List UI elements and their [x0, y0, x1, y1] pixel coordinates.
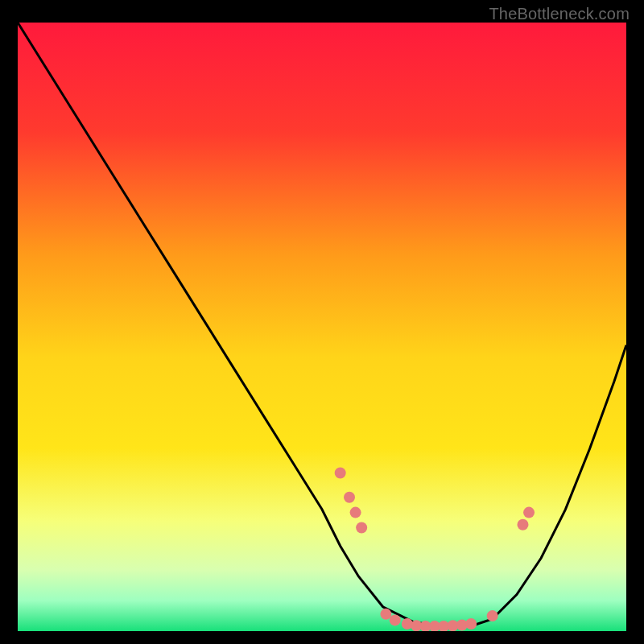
watermark-text: TheBottleneck.com	[489, 5, 630, 23]
curve-marker	[517, 519, 528, 530]
curve-marker	[350, 507, 361, 518]
curve-marker	[390, 614, 401, 625]
curve-marker	[523, 507, 535, 518]
curve-marker	[356, 522, 367, 533]
chart-svg	[18, 23, 626, 631]
curve-marker	[335, 467, 346, 478]
curve-marker	[487, 610, 498, 621]
curve-marker	[465, 618, 477, 630]
curve-marker	[344, 492, 355, 503]
chart-background	[18, 23, 626, 631]
chart-container	[18, 23, 626, 631]
